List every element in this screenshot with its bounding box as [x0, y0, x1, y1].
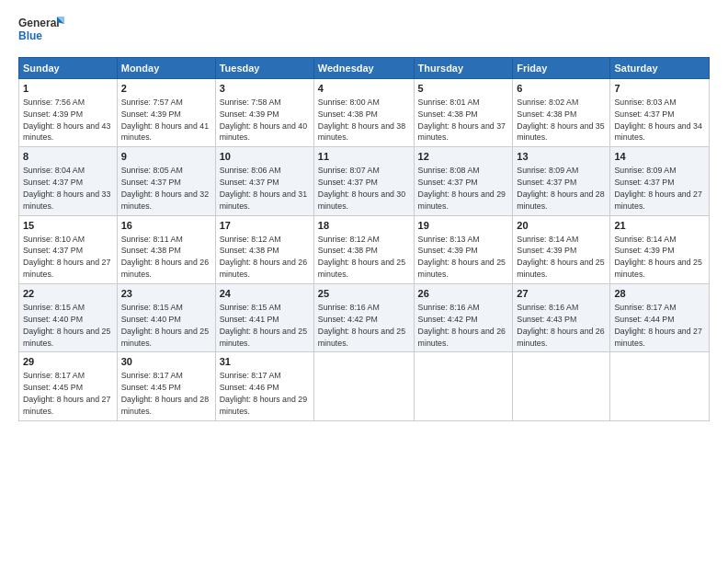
day-number: 16	[121, 219, 211, 233]
day-cell: 30 Sunrise: 8:17 AM Sunset: 4:45 PM Dayl…	[117, 352, 215, 420]
day-number: 13	[517, 150, 606, 164]
daylight-text: Daylight: 8 hours and 25 minutes.	[418, 258, 506, 279]
day-cell: 25 Sunrise: 8:16 AM Sunset: 4:42 PM Dayl…	[313, 284, 414, 352]
sunrise-text: Sunrise: 8:17 AM	[23, 371, 85, 380]
day-number: 3	[220, 82, 310, 96]
sunrise-text: Sunrise: 8:12 AM	[318, 235, 380, 244]
sunset-text: Sunset: 4:40 PM	[23, 315, 83, 324]
day-cell: 20 Sunrise: 8:14 AM Sunset: 4:39 PM Dayl…	[513, 215, 610, 283]
sunset-text: Sunset: 4:37 PM	[614, 178, 674, 187]
day-number: 5	[418, 82, 509, 96]
sunrise-text: Sunrise: 7:56 AM	[23, 98, 85, 107]
day-cell: 17 Sunrise: 8:12 AM Sunset: 4:38 PM Dayl…	[215, 215, 313, 283]
daylight-text: Daylight: 8 hours and 26 minutes.	[418, 327, 506, 348]
sunrise-text: Sunrise: 8:15 AM	[121, 303, 183, 312]
day-cell: 24 Sunrise: 8:15 AM Sunset: 4:41 PM Dayl…	[215, 284, 313, 352]
day-cell: 5 Sunrise: 8:01 AM Sunset: 4:38 PM Dayli…	[414, 79, 513, 147]
day-cell: 26 Sunrise: 8:16 AM Sunset: 4:42 PM Dayl…	[414, 284, 513, 352]
daylight-text: Daylight: 8 hours and 26 minutes.	[121, 258, 209, 279]
day-cell	[414, 352, 513, 420]
sunset-text: Sunset: 4:39 PM	[220, 109, 279, 119]
daylight-text: Daylight: 8 hours and 33 minutes.	[23, 190, 110, 211]
sunset-text: Sunset: 4:38 PM	[517, 109, 576, 119]
daylight-text: Daylight: 8 hours and 31 minutes.	[220, 190, 307, 211]
daylight-text: Daylight: 8 hours and 29 minutes.	[220, 395, 307, 416]
daylight-text: Daylight: 8 hours and 25 minutes.	[517, 258, 604, 279]
sunset-text: Sunset: 4:37 PM	[220, 178, 279, 187]
sunrise-text: Sunrise: 7:58 AM	[220, 98, 281, 107]
day-number: 2	[121, 82, 211, 96]
sunrise-text: Sunrise: 8:15 AM	[23, 303, 85, 312]
sunrise-text: Sunrise: 8:16 AM	[418, 303, 480, 312]
sunset-text: Sunset: 4:39 PM	[23, 109, 83, 119]
sunset-text: Sunset: 4:37 PM	[614, 109, 674, 119]
sunrise-text: Sunrise: 8:14 AM	[517, 235, 578, 244]
daylight-text: Daylight: 8 hours and 25 minutes.	[318, 258, 405, 279]
day-cell: 27 Sunrise: 8:16 AM Sunset: 4:43 PM Dayl…	[513, 284, 610, 352]
day-number: 21	[614, 219, 705, 233]
sunset-text: Sunset: 4:38 PM	[121, 246, 181, 255]
day-cell: 13 Sunrise: 8:09 AM Sunset: 4:37 PM Dayl…	[513, 147, 610, 215]
daylight-text: Daylight: 8 hours and 25 minutes.	[220, 327, 307, 348]
daylight-text: Daylight: 8 hours and 27 minutes.	[23, 395, 110, 416]
sunrise-text: Sunrise: 8:16 AM	[318, 303, 380, 312]
day-number: 10	[220, 150, 310, 164]
week-row-1: 1 Sunrise: 7:56 AM Sunset: 4:39 PM Dayli…	[19, 79, 710, 147]
day-cell: 21 Sunrise: 8:14 AM Sunset: 4:39 PM Dayl…	[610, 215, 710, 283]
daylight-text: Daylight: 8 hours and 27 minutes.	[614, 327, 701, 348]
sunset-text: Sunset: 4:38 PM	[318, 109, 378, 119]
sunrise-text: Sunrise: 8:12 AM	[220, 235, 281, 244]
daylight-text: Daylight: 8 hours and 34 minutes.	[614, 121, 701, 143]
day-cell: 19 Sunrise: 8:13 AM Sunset: 4:39 PM Dayl…	[414, 215, 513, 283]
sunrise-text: Sunrise: 8:03 AM	[614, 98, 676, 107]
sunrise-text: Sunrise: 8:13 AM	[418, 235, 480, 244]
day-number: 18	[318, 219, 410, 233]
daylight-text: Daylight: 8 hours and 38 minutes.	[318, 121, 405, 143]
sunrise-text: Sunrise: 8:07 AM	[318, 166, 380, 175]
sunset-text: Sunset: 4:39 PM	[614, 246, 674, 255]
day-number: 29	[23, 355, 113, 369]
sunset-text: Sunset: 4:39 PM	[121, 109, 181, 119]
sunrise-text: Sunrise: 8:08 AM	[418, 166, 480, 175]
sunrise-text: Sunrise: 8:09 AM	[614, 166, 676, 175]
sunset-text: Sunset: 4:37 PM	[418, 178, 478, 187]
sunset-text: Sunset: 4:37 PM	[318, 178, 378, 187]
day-cell: 31 Sunrise: 8:17 AM Sunset: 4:46 PM Dayl…	[215, 352, 313, 420]
daylight-text: Daylight: 8 hours and 25 minutes.	[23, 327, 110, 348]
daylight-text: Daylight: 8 hours and 26 minutes.	[517, 327, 604, 348]
day-cell	[313, 352, 414, 420]
sunrise-text: Sunrise: 8:17 AM	[614, 303, 676, 312]
day-cell	[610, 352, 710, 420]
day-number: 30	[121, 355, 211, 369]
day-cell: 14 Sunrise: 8:09 AM Sunset: 4:37 PM Dayl…	[610, 147, 710, 215]
sunset-text: Sunset: 4:39 PM	[418, 246, 478, 255]
day-cell: 16 Sunrise: 8:11 AM Sunset: 4:38 PM Dayl…	[117, 215, 215, 283]
day-number: 23	[121, 287, 211, 301]
daylight-text: Daylight: 8 hours and 32 minutes.	[121, 190, 209, 211]
daylight-text: Daylight: 8 hours and 27 minutes.	[23, 258, 110, 279]
day-number: 28	[614, 287, 705, 301]
day-cell: 7 Sunrise: 8:03 AM Sunset: 4:37 PM Dayli…	[610, 79, 710, 147]
day-number: 9	[121, 150, 211, 164]
day-number: 24	[220, 287, 310, 301]
week-row-5: 29 Sunrise: 8:17 AM Sunset: 4:45 PM Dayl…	[19, 352, 710, 420]
col-header-tuesday: Tuesday	[215, 58, 313, 79]
sunrise-text: Sunrise: 8:16 AM	[517, 303, 578, 312]
logo-svg: General Blue	[18, 15, 64, 48]
svg-text:General: General	[18, 17, 60, 29]
page: General Blue SundayMondayTuesdayWednesda…	[0, 0, 728, 563]
calendar-table: SundayMondayTuesdayWednesdayThursdayFrid…	[18, 57, 710, 421]
sunset-text: Sunset: 4:42 PM	[318, 315, 378, 324]
sunrise-text: Sunrise: 8:17 AM	[220, 371, 281, 380]
week-row-2: 8 Sunrise: 8:04 AM Sunset: 4:37 PM Dayli…	[19, 147, 710, 215]
sunrise-text: Sunrise: 8:06 AM	[220, 166, 281, 175]
day-number: 31	[220, 355, 310, 369]
day-cell: 1 Sunrise: 7:56 AM Sunset: 4:39 PM Dayli…	[19, 79, 118, 147]
sunset-text: Sunset: 4:38 PM	[418, 109, 478, 119]
sunset-text: Sunset: 4:37 PM	[517, 178, 576, 187]
day-cell	[513, 352, 610, 420]
daylight-text: Daylight: 8 hours and 25 minutes.	[121, 327, 209, 348]
sunset-text: Sunset: 4:44 PM	[614, 315, 674, 324]
sunrise-text: Sunrise: 8:17 AM	[121, 371, 183, 380]
col-header-wednesday: Wednesday	[313, 58, 414, 79]
